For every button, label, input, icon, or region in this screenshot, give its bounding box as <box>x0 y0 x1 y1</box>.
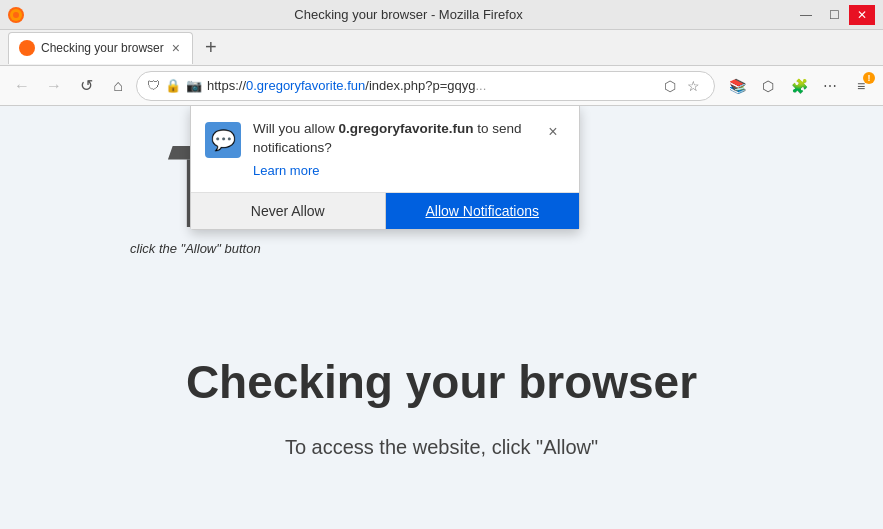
url-domain: 0.gregoryfavorite.fun <box>246 78 365 93</box>
maximize-button[interactable]: ☐ <box>821 5 847 25</box>
more-tools-button[interactable]: ⋯ <box>816 72 844 100</box>
allow-notifications-label: Allow Notifications <box>425 203 539 219</box>
synced-tabs-button[interactable]: ⬡ <box>754 72 782 100</box>
tab-title: Checking your browser <box>41 41 164 55</box>
popup-message: Will you allow 0.gregoryfavorite.fun to … <box>253 120 529 158</box>
toolbar-right: 📚 ⬡ 🧩 ⋯ ≡ <box>723 72 875 100</box>
firefox-icon <box>8 7 24 23</box>
url-scheme: https:// <box>207 78 246 93</box>
url-path: /index.php?p=gqyg <box>365 78 475 93</box>
lock-icon: 🔒 <box>165 78 181 93</box>
notification-popup: 💬 Will you allow 0.gregoryfavorite.fun t… <box>190 106 580 230</box>
click-instruction: click the "Allow" button <box>130 241 261 256</box>
title-bar-left <box>8 7 24 23</box>
library-button[interactable]: 📚 <box>723 72 751 100</box>
title-bar: Checking your browser - Mozilla Firefox … <box>0 0 883 30</box>
window-controls: — ☐ ✕ <box>793 5 875 25</box>
menu-button[interactable]: ≡ <box>847 72 875 100</box>
extensions-button[interactable]: 🧩 <box>785 72 813 100</box>
url-actions: ⬡ ☆ <box>660 76 704 96</box>
home-button[interactable]: ⌂ <box>104 72 132 100</box>
popup-chat-icon: 💬 <box>205 122 241 158</box>
tab-bar: Checking your browser × + <box>0 30 883 66</box>
popup-close-button[interactable]: × <box>541 120 565 144</box>
container-icon: ⬡ <box>660 76 680 96</box>
popup-header: 💬 Will you allow 0.gregoryfavorite.fun t… <box>191 106 579 184</box>
main-heading: Checking your browser <box>0 355 883 409</box>
allow-notifications-button[interactable]: Allow Notifications <box>386 193 580 229</box>
reload-button[interactable]: ↺ <box>72 72 100 100</box>
never-allow-button[interactable]: Never Allow <box>191 193 386 229</box>
active-tab[interactable]: Checking your browser × <box>8 32 193 64</box>
svg-point-1 <box>13 12 19 18</box>
close-button[interactable]: ✕ <box>849 5 875 25</box>
popup-learn-more-link[interactable]: Learn more <box>253 163 529 178</box>
camera-icon: 📷 <box>186 78 202 93</box>
sub-text: To access the website, click "Allow" <box>0 436 883 459</box>
window-title: Checking your browser - Mozilla Firefox <box>24 7 793 22</box>
popup-buttons: Never Allow Allow Notifications <box>191 192 579 229</box>
url-text: https://0.gregoryfavorite.fun/index.php?… <box>207 78 655 93</box>
tab-close-button[interactable]: × <box>170 38 182 58</box>
url-bar[interactable]: 🛡 🔒 📷 https://0.gregoryfavorite.fun/inde… <box>136 71 715 101</box>
tab-favicon <box>19 40 35 56</box>
new-tab-button[interactable]: + <box>197 34 225 62</box>
minimize-button[interactable]: — <box>793 5 819 25</box>
forward-button[interactable]: → <box>40 72 68 100</box>
address-bar: ← → ↺ ⌂ 🛡 🔒 📷 https://0.gregoryfavorite.… <box>0 66 883 106</box>
back-button[interactable]: ← <box>8 72 36 100</box>
bookmark-icon[interactable]: ☆ <box>683 76 704 96</box>
browser-content: MYANTISPYWARE.COM click the "Allow" butt… <box>0 106 883 529</box>
popup-domain: 0.gregoryfavorite.fun <box>339 121 474 136</box>
security-icon: 🛡 <box>147 78 160 93</box>
popup-message-prefix: Will you allow <box>253 121 339 136</box>
url-truncated: ... <box>476 78 487 93</box>
popup-text-area: Will you allow 0.gregoryfavorite.fun to … <box>253 120 529 178</box>
